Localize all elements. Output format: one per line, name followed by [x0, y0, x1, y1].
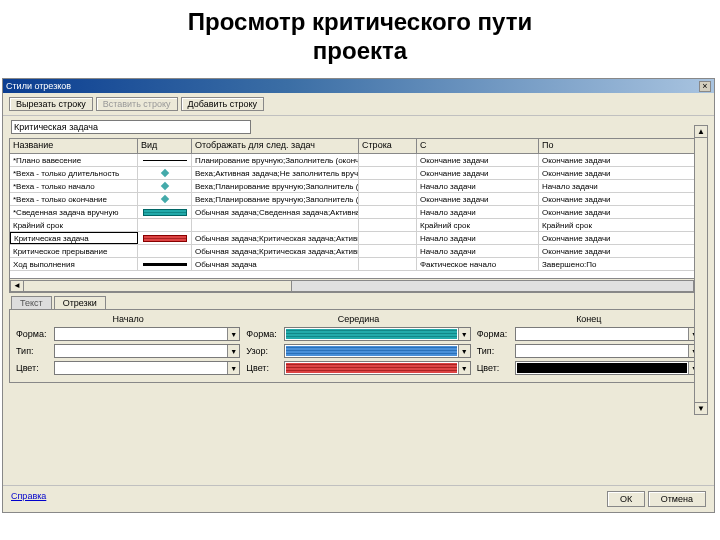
ok-button[interactable]: ОК — [607, 491, 645, 507]
window-title: Стили отрезков — [6, 81, 71, 91]
table-row[interactable]: *Веха - только началоВеха;Планирование в… — [10, 180, 707, 193]
mid-form-combo[interactable]: ▼ — [284, 327, 470, 341]
chevron-down-icon[interactable]: ▼ — [458, 328, 470, 340]
table-row[interactable]: Критическое прерываниеОбычная задача;Кри… — [10, 245, 707, 258]
tab-text[interactable]: Текст — [11, 296, 52, 309]
col-otob[interactable]: Отображать для след. задач — [192, 139, 359, 153]
style-name-input[interactable] — [11, 120, 251, 134]
dialog-footer: Справка ОК Отмена — [3, 485, 714, 512]
col-s[interactable]: С — [417, 139, 539, 153]
horizontal-scrollbar[interactable]: ◄ ► — [10, 278, 707, 292]
tab-segments[interactable]: Отрезки — [54, 296, 106, 309]
start-form-combo[interactable]: ▼ — [54, 327, 240, 341]
segment-panel: Начало Форма: ▼ Тип: ▼ Цвет: ▼ Середина … — [9, 309, 708, 383]
chevron-down-icon[interactable]: ▼ — [458, 362, 470, 374]
chevron-down-icon[interactable]: ▼ — [458, 345, 470, 357]
close-icon[interactable]: × — [699, 81, 711, 92]
mid-color-combo[interactable]: ▼ — [284, 361, 470, 375]
detail-tabs: Текст Отрезки — [3, 293, 714, 309]
label-uzor: Узор: — [246, 346, 280, 356]
end-type-combo[interactable]: ▼ — [515, 344, 701, 358]
mid-pattern-combo[interactable]: ▼ — [284, 344, 470, 358]
label-form: Форма: — [477, 329, 511, 339]
table-row[interactable]: Крайний срокКрайний срокКрайний срок — [10, 219, 707, 232]
table-row[interactable]: *Веха - только длительностьВеха;Активная… — [10, 167, 707, 180]
label-color: Цвет: — [477, 363, 511, 373]
help-link[interactable]: Справка — [11, 491, 46, 507]
table-row[interactable]: *Сведенная задача вручнуюОбычная задача;… — [10, 206, 707, 219]
cancel-button[interactable]: Отмена — [648, 491, 706, 507]
label-color: Цвет: — [16, 363, 50, 373]
scroll-up-icon[interactable]: ▲ — [695, 126, 707, 138]
add-row-button[interactable]: Добавить строку — [181, 97, 264, 111]
slide-title: Просмотр критического пути проекта — [0, 0, 720, 70]
panel-end: Конец Форма: ▼ Тип: ▼ Цвет: ▼ — [477, 314, 701, 378]
panel-start: Начало Форма: ▼ Тип: ▼ Цвет: ▼ — [16, 314, 240, 378]
vertical-scrollbar[interactable]: ▲ ▼ — [694, 125, 708, 415]
table-row[interactable]: Критическая задачаОбычная задача;Критиче… — [10, 232, 707, 245]
grid-header: Название Вид Отображать для след. задач … — [10, 139, 707, 154]
table-row[interactable]: *Веха - только окончаниеВеха;Планировани… — [10, 193, 707, 206]
start-color-combo[interactable]: ▼ — [54, 361, 240, 375]
start-type-combo[interactable]: ▼ — [54, 344, 240, 358]
chevron-down-icon[interactable]: ▼ — [227, 345, 239, 357]
panel-middle: Середина Форма: ▼ Узор: ▼ Цвет: ▼ — [246, 314, 470, 378]
col-vid[interactable]: Вид — [138, 139, 192, 153]
grid-body[interactable]: *Плано вавесениеПланирование вручную;Зап… — [10, 154, 707, 278]
scroll-left-icon[interactable]: ◄ — [10, 280, 24, 292]
scroll-down-icon[interactable]: ▼ — [695, 402, 707, 414]
label-start: Начало — [16, 314, 240, 324]
label-tip: Тип: — [477, 346, 511, 356]
label-form: Форма: — [246, 329, 280, 339]
titlebar: Стили отрезков × — [3, 79, 714, 93]
label-middle: Середина — [246, 314, 470, 324]
label-color: Цвет: — [246, 363, 280, 373]
end-color-combo[interactable]: ▼ — [515, 361, 701, 375]
paste-row-button: Вставить строку — [96, 97, 178, 111]
chevron-down-icon[interactable]: ▼ — [227, 328, 239, 340]
end-form-combo[interactable]: ▼ — [515, 327, 701, 341]
styles-grid: Название Вид Отображать для след. задач … — [9, 138, 708, 293]
table-row[interactable]: *Плано вавесениеПланирование вручную;Зап… — [10, 154, 707, 167]
name-input-row — [3, 116, 714, 138]
label-form: Форма: — [16, 329, 50, 339]
chevron-down-icon[interactable]: ▼ — [227, 362, 239, 374]
cut-row-button[interactable]: Вырезать строку — [9, 97, 93, 111]
label-end: Конец — [477, 314, 701, 324]
toolbar: Вырезать строку Вставить строку Добавить… — [3, 93, 714, 116]
col-name[interactable]: Название — [10, 139, 138, 153]
label-tip: Тип: — [16, 346, 50, 356]
col-str[interactable]: Строка — [359, 139, 417, 153]
col-po[interactable]: По — [539, 139, 707, 153]
table-row[interactable]: Ход выполненияОбычная задачаФактическое … — [10, 258, 707, 271]
dialog-window: Стили отрезков × Вырезать строку Вставит… — [2, 78, 715, 513]
